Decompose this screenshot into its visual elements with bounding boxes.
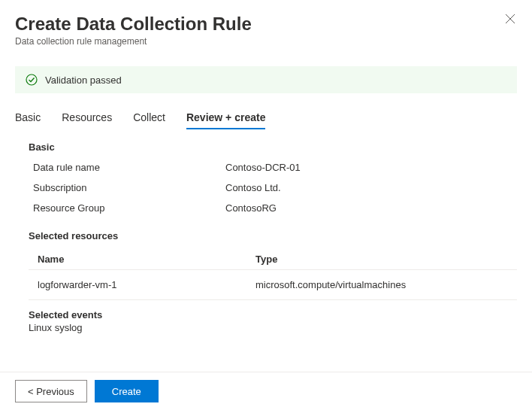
col-header-type: Type bbox=[255, 254, 277, 265]
col-header-name: Name bbox=[38, 254, 255, 265]
tab-collect[interactable]: Collect bbox=[133, 111, 165, 129]
section-resources-label: Selected resources bbox=[29, 230, 517, 241]
footer: < Previous Create bbox=[0, 372, 532, 410]
kv-key-subscription: Subscription bbox=[33, 182, 225, 193]
create-button[interactable]: Create bbox=[95, 380, 159, 402]
kv-val-resource-group: ContosoRG bbox=[225, 202, 277, 214]
cell-resource-name: logforwarder-vm-1 bbox=[38, 279, 255, 290]
review-content: Basic Data rule name Contoso-DCR-01 Subs… bbox=[0, 129, 532, 333]
tab-resources[interactable]: Resources bbox=[62, 111, 112, 129]
page-subtitle: Data collection rule management bbox=[15, 36, 517, 47]
resources-table-header: Name Type bbox=[29, 249, 517, 269]
events-line: Linux syslog bbox=[29, 322, 517, 333]
svg-point-2 bbox=[26, 74, 37, 85]
table-row: logforwarder-vm-1 microsoft.compute/virt… bbox=[29, 269, 517, 300]
kv-row: Data rule name Contoso-DCR-01 bbox=[29, 162, 517, 173]
section-basic-label: Basic bbox=[29, 141, 517, 153]
tabs: Basic Resources Collect Review + create bbox=[0, 93, 532, 129]
close-button[interactable] bbox=[505, 14, 517, 26]
validation-banner: Validation passed bbox=[15, 66, 517, 93]
page-title: Create Data Collection Rule bbox=[15, 14, 517, 35]
kv-key-data-rule-name: Data rule name bbox=[33, 162, 225, 173]
section-events-label: Selected events bbox=[29, 309, 517, 320]
check-circle-icon bbox=[26, 74, 38, 86]
previous-button[interactable]: < Previous bbox=[15, 380, 87, 402]
tab-basic[interactable]: Basic bbox=[15, 111, 41, 129]
close-icon bbox=[505, 14, 515, 24]
kv-val-data-rule-name: Contoso-DCR-01 bbox=[225, 162, 301, 173]
kv-row: Resource Group ContosoRG bbox=[29, 202, 517, 214]
kv-row: Subscription Contoso Ltd. bbox=[29, 182, 517, 193]
kv-key-resource-group: Resource Group bbox=[33, 202, 225, 214]
kv-val-subscription: Contoso Ltd. bbox=[225, 182, 281, 193]
validation-message: Validation passed bbox=[45, 74, 122, 86]
tab-review-create[interactable]: Review + create bbox=[186, 111, 265, 129]
cell-resource-type: microsoft.compute/virtualmachines bbox=[255, 279, 406, 290]
